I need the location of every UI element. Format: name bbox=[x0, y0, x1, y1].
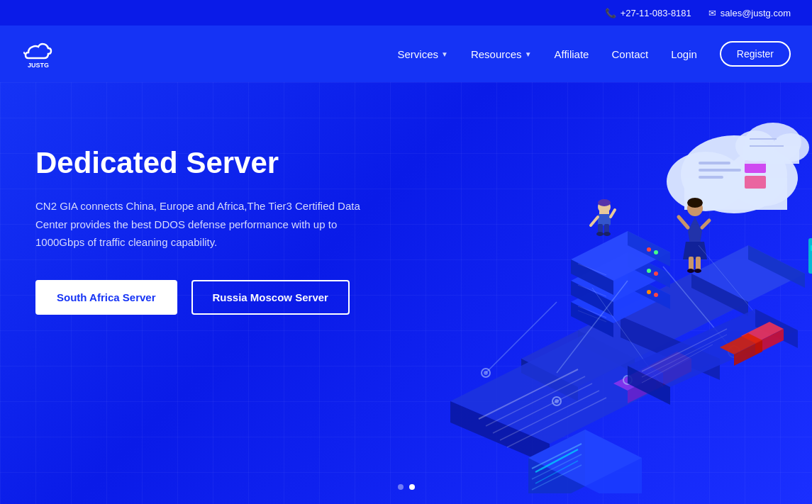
svg-point-63 bbox=[687, 269, 694, 273]
svg-rect-52 bbox=[699, 162, 730, 164]
svg-rect-61 bbox=[689, 257, 694, 271]
phone-number: +27-11-083-8181 bbox=[621, 8, 691, 18]
svg-point-45 bbox=[604, 232, 611, 236]
nav-link-services[interactable]: Services ▼ bbox=[397, 48, 447, 60]
topbar: 📞 +27-11-083-8181 ✉ sales@justg.com bbox=[0, 0, 812, 26]
pagination-dot-2[interactable] bbox=[409, 484, 415, 490]
hero-content: Dedicated Server CN2 GIA connects China,… bbox=[35, 146, 362, 315]
email-contact: ✉ sales@justg.com bbox=[708, 8, 791, 18]
svg-line-65 bbox=[679, 217, 688, 228]
svg-rect-62 bbox=[696, 257, 701, 271]
russia-moscow-server-button[interactable]: Russia Moscow Server bbox=[191, 280, 350, 315]
chevron-down-icon: ▼ bbox=[441, 50, 448, 58]
nav-item-services[interactable]: Services ▼ bbox=[397, 48, 447, 60]
svg-text:JUSTG: JUSTG bbox=[28, 62, 49, 69]
nav-link-contact[interactable]: Contact bbox=[611, 48, 648, 60]
svg-rect-99 bbox=[743, 146, 799, 164]
nav-menu: Services ▼ Resources ▼ Affiliate Contact… bbox=[397, 41, 791, 67]
svg-rect-39 bbox=[598, 214, 611, 225]
pagination-dot-1[interactable] bbox=[398, 484, 404, 490]
svg-point-36 bbox=[647, 247, 651, 252]
phone-contact: 📞 +27-11-083-8181 bbox=[605, 8, 691, 18]
svg-rect-54 bbox=[699, 176, 723, 179]
hero-title: Dedicated Server bbox=[35, 146, 362, 180]
svg-point-23 bbox=[647, 290, 651, 294]
nav-link-resources[interactable]: Resources ▼ bbox=[471, 48, 532, 60]
chevron-down-icon: ▼ bbox=[525, 50, 532, 58]
svg-line-47 bbox=[611, 210, 615, 217]
register-button[interactable]: Register bbox=[720, 41, 791, 67]
nav-item-register[interactable]: Register bbox=[720, 41, 791, 67]
nav-link-login[interactable]: Login bbox=[671, 48, 697, 60]
logo[interactable]: JUSTG bbox=[21, 37, 55, 71]
email-icon: ✉ bbox=[708, 8, 716, 18]
svg-point-60 bbox=[687, 198, 703, 208]
svg-point-35 bbox=[654, 250, 658, 254]
email-address: sales@justg.com bbox=[721, 8, 791, 18]
nav-link-affiliate[interactable]: Affiliate bbox=[555, 48, 589, 60]
south-africa-server-button[interactable]: South Africa Server bbox=[35, 280, 177, 315]
svg-rect-53 bbox=[699, 169, 741, 172]
svg-line-66 bbox=[702, 220, 709, 228]
svg-point-41 bbox=[598, 199, 611, 206]
svg-point-64 bbox=[694, 269, 701, 273]
svg-rect-56 bbox=[745, 176, 766, 189]
nav-item-affiliate[interactable]: Affiliate bbox=[555, 48, 589, 60]
svg-point-22 bbox=[654, 293, 658, 297]
svg-point-75 bbox=[555, 399, 559, 403]
svg-point-73 bbox=[484, 371, 488, 375]
nav-item-resources[interactable]: Resources ▼ bbox=[471, 48, 532, 60]
svg-point-29 bbox=[654, 271, 658, 276]
navbar: JUSTG Services ▼ Resources ▼ Affiliate C… bbox=[0, 26, 812, 82]
hero-section: Dedicated Server CN2 GIA connects China,… bbox=[0, 82, 812, 504]
svg-point-44 bbox=[596, 232, 604, 236]
svg-rect-102 bbox=[808, 238, 812, 274]
hero-description: CN2 GIA connects China, Europe and Afric… bbox=[35, 197, 362, 252]
svg-line-46 bbox=[591, 217, 598, 225]
nav-item-contact[interactable]: Contact bbox=[611, 48, 648, 60]
logo-icon: JUSTG bbox=[21, 37, 55, 71]
pagination-dots bbox=[398, 484, 415, 490]
hero-illustration bbox=[415, 103, 812, 493]
phone-icon: 📞 bbox=[605, 8, 616, 18]
nav-item-login[interactable]: Login bbox=[671, 48, 697, 60]
illustration-svg bbox=[415, 103, 812, 493]
svg-point-30 bbox=[647, 269, 651, 273]
hero-buttons: South Africa Server Russia Moscow Server bbox=[35, 280, 362, 315]
